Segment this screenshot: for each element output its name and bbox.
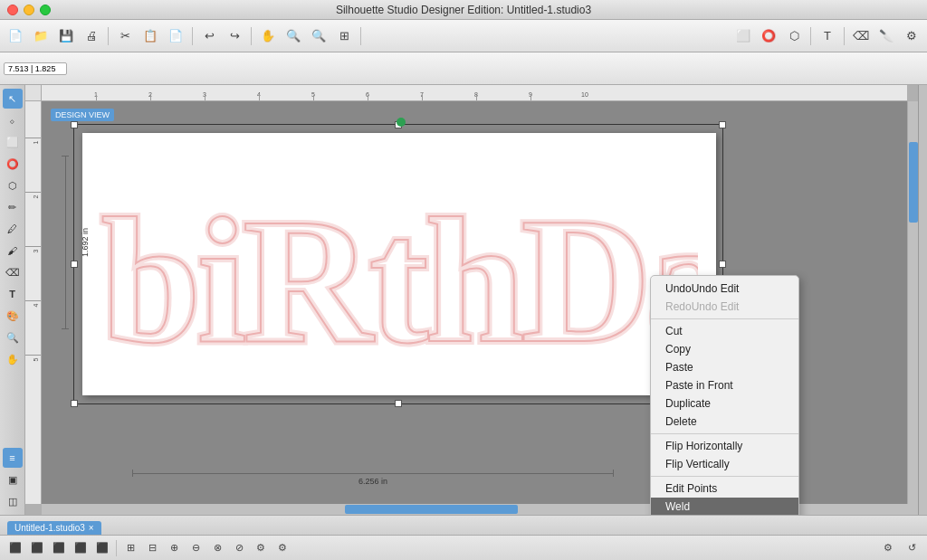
handle-mr[interactable] [719, 261, 726, 268]
ctx-copy[interactable]: Copy [651, 340, 798, 358]
bool-intersect[interactable]: ⊗ [207, 538, 227, 558]
refresh[interactable]: ↺ [902, 538, 922, 558]
redo-btn[interactable]: ↪ [223, 24, 246, 48]
ruler-tick-3 [205, 95, 205, 100]
main-toolbar: 📄 📁 💾 🖨 ✂ 📋 📄 ↩ ↪ ✋ 🔍 🔍 ⊞ ⬜ ⭕ ⬡ T ⌫ 🔪 ⚙ [0, 20, 927, 52]
paste-btn[interactable]: 📄 [164, 24, 187, 48]
ctx-paste-in-front[interactable]: Paste in Front [651, 376, 798, 394]
undo-btn[interactable]: ↩ [197, 24, 221, 48]
ruler-tick-l1 [25, 138, 41, 138]
settings2[interactable]: ⚙ [251, 538, 271, 558]
text-btn[interactable]: T [816, 24, 839, 48]
zoom-tool[interactable]: 🔍 [3, 327, 23, 347]
pencil-tool[interactable]: 🖊 [3, 219, 23, 239]
send-machine[interactable]: ⚙ [878, 538, 898, 558]
draw-ellipse-btn[interactable]: ⭕ [757, 24, 780, 48]
ctx-flip-h[interactable]: Flip Horizontally [651, 437, 798, 455]
eraser-btn[interactable]: ⌫ [849, 24, 873, 48]
knife2[interactable]: ⚙ [272, 538, 292, 558]
ctx-redo: RedoUndo Edit [651, 298, 798, 316]
h-scrollbar-thumb[interactable] [345, 505, 518, 514]
maximize-button[interactable] [40, 5, 51, 15]
pen-tool[interactable]: ✏ [3, 197, 23, 217]
minimize-button[interactable] [24, 5, 34, 15]
settings-btn[interactable]: ⚙ [900, 24, 923, 48]
ungroup-btn[interactable]: ⊟ [142, 538, 162, 558]
sep5 [810, 27, 811, 45]
ruler-top: 1 2 3 4 5 6 7 8 9 10 [42, 85, 907, 101]
ctx-sep-2 [651, 433, 798, 434]
sep6 [844, 27, 845, 45]
ruler-tick-l3 [25, 246, 41, 247]
layer-tool[interactable]: ≡ [3, 448, 23, 468]
handle-tl[interactable] [71, 121, 78, 128]
sep2 [192, 27, 193, 45]
ctx-flip-v[interactable]: Flip Vertically [651, 455, 798, 473]
align-left[interactable]: ⬛ [5, 538, 25, 558]
ruler-tick-8 [476, 95, 477, 100]
select-tool[interactable]: ↖ [3, 89, 23, 109]
zoom-fit-btn[interactable]: ⊞ [332, 24, 356, 48]
dimension-v: 1.692 in [62, 156, 69, 329]
ctx-cut[interactable]: Cut [651, 322, 798, 340]
ctx-paste[interactable]: Paste [651, 358, 798, 376]
align-right[interactable]: ⬛ [49, 538, 69, 558]
cut-btn[interactable]: ✂ [113, 24, 137, 48]
v-scrollbar[interactable] [907, 101, 918, 504]
tab-close[interactable]: × [89, 523, 94, 533]
brush-tool[interactable]: 🖌 [3, 241, 23, 261]
bool-union[interactable]: ⊕ [164, 538, 184, 558]
ctx-sep-3 [651, 476, 798, 477]
shape-tool[interactable]: ⬜ [3, 132, 23, 152]
knife-btn[interactable]: 🔪 [874, 24, 898, 48]
text-tool[interactable]: T [3, 284, 23, 304]
scroll-corner [907, 504, 918, 515]
print-btn[interactable]: 🖨 [80, 24, 103, 48]
close-button[interactable] [7, 5, 18, 15]
new-btn[interactable]: 📄 [4, 24, 27, 48]
ctx-duplicate[interactable]: Duplicate [651, 394, 798, 413]
ruler-tick [96, 95, 97, 100]
rotation-handle[interactable] [397, 118, 406, 127]
bool-diff[interactable]: ⊖ [186, 538, 205, 558]
color-tool[interactable]: ▣ [3, 470, 23, 489]
gradient-tool[interactable]: ◫ [3, 491, 23, 511]
ctx-delete[interactable]: Delete [651, 413, 798, 431]
align-bottom[interactable]: ⬛ [92, 538, 112, 558]
align-top[interactable]: ⬛ [71, 538, 91, 558]
traffic-lights [7, 5, 51, 15]
align-center[interactable]: ⬛ [27, 538, 47, 558]
ruler-label-l5: 5 [33, 358, 40, 362]
ellipse-tool[interactable]: ⭕ [3, 154, 23, 174]
left-toolbar: ↖ ⬦ ⬜ ⭕ ⬡ ✏ 🖊 🖌 ⌫ T 🎨 🔍 ✋ ≡ ▣ ◫ [0, 85, 25, 515]
ctx-undo[interactable]: UndoUndo Edit [651, 280, 798, 298]
tab-bar: Untitled-1.studio3 × [0, 515, 927, 535]
handle-bm[interactable] [395, 400, 402, 407]
hand-tool[interactable]: ✋ [3, 349, 23, 369]
draw-polygon-btn[interactable]: ⬡ [782, 24, 806, 48]
zoom-in-btn[interactable]: 🔍 [282, 24, 305, 48]
bool-subtract[interactable]: ⊘ [229, 538, 249, 558]
pan-btn[interactable]: ✋ [256, 24, 280, 48]
open-btn[interactable]: 📁 [29, 24, 53, 48]
group-btn[interactable]: ⊞ [120, 538, 140, 558]
node-tool[interactable]: ⬦ [3, 110, 23, 130]
document-tab[interactable]: Untitled-1.studio3 × [7, 521, 101, 535]
ruler-tick-5 [313, 95, 314, 100]
draw-rect-btn[interactable]: ⬜ [731, 24, 755, 48]
v-scrollbar-thumb[interactable] [909, 142, 918, 223]
ruler-tick-l4 [25, 300, 41, 301]
save-btn[interactable]: 💾 [54, 24, 78, 48]
eraser-tool[interactable]: ⌫ [3, 262, 23, 282]
title-bar: Silhouette Studio Designer Edition: Unti… [0, 0, 927, 20]
zoom-out-btn[interactable]: 🔍 [307, 24, 330, 48]
ctx-edit-points[interactable]: Edit Points [651, 479, 798, 498]
handle-bl[interactable] [71, 400, 78, 407]
ctx-weld[interactable]: Weld [651, 498, 798, 515]
copy-btn[interactable]: 📋 [139, 24, 162, 48]
handle-ml[interactable] [71, 261, 78, 268]
handle-tr[interactable] [719, 121, 726, 128]
paint-tool[interactable]: 🎨 [3, 306, 23, 326]
polygon-tool[interactable]: ⬡ [3, 176, 23, 195]
properties-toolbar: 7.513 | 1.825 [0, 52, 927, 85]
